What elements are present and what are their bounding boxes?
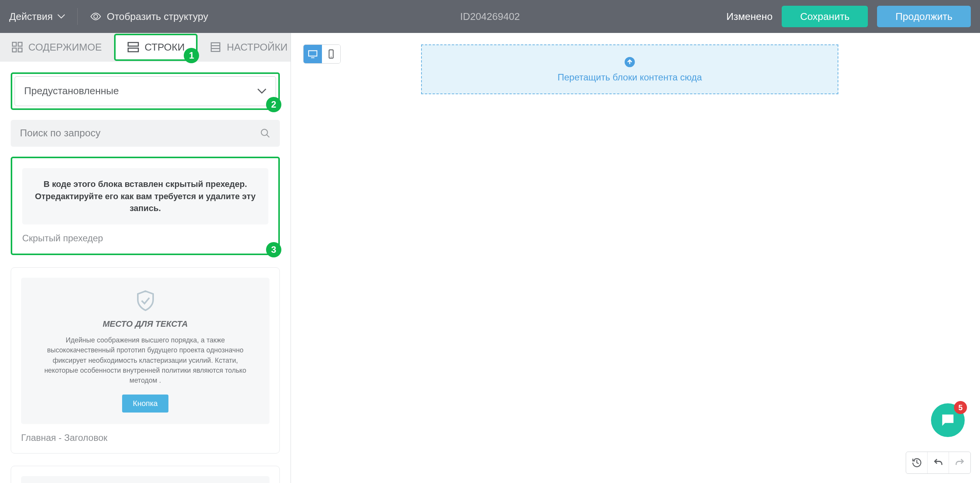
row-template-header[interactable]: МЕСТО ДЛЯ ТЕКСТА Идейные соображения выс…	[11, 267, 280, 453]
tabs: СОДЕРЖИМОЕ СТРОКИ 1 НАСТРОЙКИ	[0, 33, 291, 62]
actions-label: Действия	[9, 11, 53, 23]
search-icon	[260, 128, 271, 139]
svg-rect-2	[13, 48, 16, 52]
row-template-two-cols[interactable]: ЗАКЛАДКА ЗАКЛАДКА	[11, 466, 280, 483]
redo-icon	[954, 457, 965, 468]
svg-rect-1	[18, 43, 22, 46]
preheader-text: В коде этого блока вставлен скрытый прех…	[31, 178, 259, 215]
dropzone[interactable]: Перетащить блоки контента сюда	[421, 44, 838, 94]
history-button[interactable]	[906, 452, 928, 473]
block-lorem: Идейные соображения высшего порядка, а т…	[36, 335, 254, 385]
help-fab[interactable]: 5	[931, 403, 965, 437]
chevron-down-icon	[57, 14, 65, 19]
block-title: МЕСТО ДЛЯ ТЕКСТА	[36, 319, 254, 329]
divider	[77, 8, 78, 25]
svg-rect-5	[128, 48, 138, 52]
tab-content[interactable]: СОДЕРЖИМОЕ	[0, 33, 113, 62]
mobile-icon	[326, 49, 336, 59]
svg-rect-0	[13, 43, 16, 46]
highlight-marker-1: 1	[184, 48, 199, 63]
history-bar	[906, 452, 971, 474]
device-mobile[interactable]	[322, 45, 340, 63]
shield-check-icon	[134, 289, 157, 312]
rows-icon	[127, 41, 139, 53]
card-caption: Главная - Заголовок	[21, 432, 270, 443]
sidebar-body: Предустановленные 2 Поиск по запросу В к…	[0, 62, 291, 483]
settings-icon	[210, 41, 221, 53]
show-structure-label: Отобразить структуру	[107, 11, 208, 23]
device-toggle	[303, 44, 341, 64]
undo-button[interactable]	[928, 452, 949, 473]
desktop-icon	[308, 49, 318, 59]
search-input[interactable]: Поиск по запросу	[11, 120, 280, 147]
svg-rect-12	[309, 51, 317, 56]
eye-icon	[90, 11, 101, 22]
preset-select-value: Предустановленные	[24, 85, 119, 97]
svg-rect-3	[18, 48, 22, 52]
row-template-preheader[interactable]: В коде этого блока вставлен скрытый прех…	[12, 158, 278, 254]
history-icon	[911, 457, 922, 468]
status-text: Изменено	[727, 11, 773, 23]
tab-rows-label: СТРОКИ	[145, 41, 185, 53]
chevron-down-icon	[257, 88, 266, 94]
save-button[interactable]: Сохранить	[782, 6, 868, 27]
canvas: Перетащить блоки контента сюда	[291, 33, 980, 483]
svg-point-9	[261, 129, 268, 135]
grid-icon	[11, 41, 23, 53]
template-button[interactable]: Кнопка	[122, 395, 168, 413]
document-id: ID204269402	[460, 11, 520, 23]
preset-select[interactable]: Предустановленные	[15, 76, 276, 106]
highlight-marker-2: 2	[266, 97, 281, 112]
block-preheader-highlight: В коде этого блока вставлен скрытый прех…	[11, 157, 280, 255]
svg-rect-6	[211, 43, 220, 52]
redo-button[interactable]	[949, 452, 970, 473]
actions-dropdown[interactable]: Действия	[9, 11, 65, 23]
upload-icon	[624, 56, 636, 68]
continue-button[interactable]: Продолжить	[877, 6, 971, 27]
topbar-right: Изменено Сохранить Продолжить	[727, 6, 971, 27]
tab-rows[interactable]: СТРОКИ 1	[114, 34, 198, 61]
tab-settings-label: НАСТРОЙКИ	[227, 41, 287, 53]
undo-icon	[933, 457, 944, 468]
tab-settings[interactable]: НАСТРОЙКИ	[198, 33, 299, 62]
help-badge: 5	[954, 401, 967, 414]
svg-point-15	[331, 57, 332, 57]
svg-rect-4	[128, 43, 138, 46]
show-structure-toggle[interactable]: Отобразить структуру	[90, 11, 208, 23]
tab-content-label: СОДЕРЖИМОЕ	[28, 41, 102, 53]
highlight-marker-3: 3	[266, 242, 281, 257]
card-caption: Скрытый прехедер	[22, 233, 268, 244]
dropzone-text: Перетащить блоки контента сюда	[557, 72, 702, 83]
preset-select-highlight: Предустановленные 2	[11, 72, 280, 110]
chat-icon	[939, 412, 956, 429]
device-desktop[interactable]	[304, 45, 322, 63]
search-placeholder: Поиск по запросу	[20, 127, 100, 139]
svg-line-10	[267, 134, 270, 137]
sidebar: СОДЕРЖИМОЕ СТРОКИ 1 НАСТРОЙКИ Предустано…	[0, 33, 291, 483]
topbar: Действия Отобразить структуру ID20426940…	[0, 0, 980, 33]
